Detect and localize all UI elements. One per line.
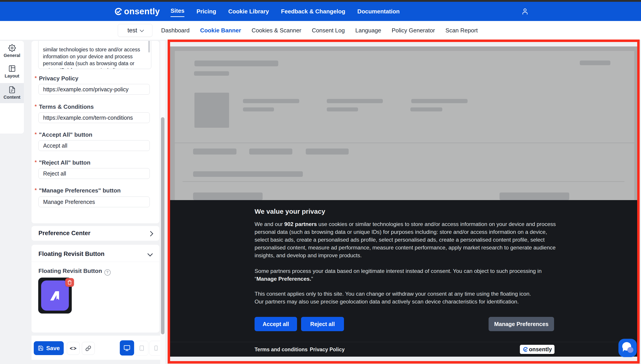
- code-icon: <>: [70, 345, 77, 352]
- rail-label-general: General: [4, 53, 20, 58]
- consently-logo[interactable]: onsently: [114, 7, 160, 16]
- banner-privacy-link[interactable]: Privacy Policy: [310, 346, 345, 352]
- skeleton-bar: [194, 71, 229, 76]
- monitor-icon: [123, 344, 131, 352]
- required-asterisk: *: [35, 159, 37, 165]
- site-selector-dropdown[interactable]: test: [118, 24, 152, 37]
- app-root: onsently Sites Pricing Cookie Library Fe…: [0, 0, 641, 364]
- tab-policy-generator[interactable]: Policy Generator: [392, 27, 435, 34]
- nav-item-sites[interactable]: Sites: [171, 6, 184, 17]
- banner-terms-link[interactable]: Terms and conditions: [254, 346, 307, 352]
- required-asterisk: *: [35, 187, 37, 193]
- chat-bubble-tail: [623, 349, 625, 352]
- banner-message-text: similar technologies to store and/or acc…: [43, 47, 140, 69]
- save-button[interactable]: Save: [34, 341, 64, 355]
- preview-page-mock-inner: [175, 51, 634, 200]
- revisit-logo-tile: [41, 280, 69, 311]
- tab-scan-report[interactable]: Scan Report: [445, 27, 478, 34]
- required-asterisk: *: [35, 104, 37, 110]
- rail-item-content[interactable]: Content: [0, 86, 24, 100]
- skeleton-image-block: [194, 93, 229, 128]
- skeleton-bar: [243, 108, 274, 112]
- skeleton-bar: [306, 148, 349, 154]
- banner-accept-all-button[interactable]: Accept all: [254, 317, 297, 331]
- tab-cookie-banner[interactable]: Cookie Banner: [200, 27, 241, 34]
- save-button-label: Save: [46, 345, 60, 352]
- rail-item-general[interactable]: General: [0, 44, 24, 58]
- banner-logo-text: onsently: [529, 346, 552, 352]
- revisit-a-logo-icon: [48, 288, 62, 303]
- consently-logo-mark-icon: [523, 346, 528, 352]
- skeleton-bar: [411, 99, 468, 103]
- banner-paragraph-3: This consent applies only to this site. …: [254, 290, 556, 306]
- browser-top-strip: [0, 0, 641, 2]
- phone-icon: [153, 345, 159, 351]
- nav-item-documentation[interactable]: Documentation: [357, 7, 400, 16]
- floating-revisit-field-label: Floating Revisit Button?: [39, 268, 111, 276]
- chevron-down-icon: [140, 28, 144, 32]
- banner-reject-all-button[interactable]: Reject all: [301, 317, 344, 331]
- banner-paragraph-1: We and our 902 partners use cookies or s…: [254, 220, 556, 259]
- delete-thumbnail-button[interactable]: [65, 278, 74, 287]
- help-icon[interactable]: ?: [104, 269, 111, 276]
- terms-conditions-label: *Terms & Conditions: [35, 104, 94, 110]
- skeleton-divider: [175, 143, 634, 143]
- chevron-down-icon: [148, 251, 153, 256]
- chat-widget-button[interactable]: [618, 339, 637, 357]
- skeleton-bar: [193, 171, 303, 177]
- nav-item-pricing[interactable]: Pricing: [196, 7, 216, 16]
- banner-message-textarea[interactable]: similar technologies to store and/or acc…: [38, 41, 151, 69]
- copy-link-button[interactable]: [82, 342, 95, 355]
- skeleton-bar: [327, 108, 358, 112]
- skeleton-bar: [193, 192, 263, 200]
- manage-preferences-button-input[interactable]: [39, 196, 150, 207]
- trash-icon: [67, 280, 72, 285]
- floppy-save-icon: [38, 345, 44, 351]
- privacy-policy-input[interactable]: [39, 84, 150, 95]
- skeleton-bar: [193, 148, 236, 154]
- subnav-items: Dashboard Cookie Banner Cookies & Scanne…: [161, 21, 478, 40]
- skeleton-bar: [410, 108, 442, 112]
- site-subnav: test Dashboard Cookie Banner Cookies & S…: [0, 21, 641, 40]
- accept-all-button-input[interactable]: [39, 140, 150, 151]
- skeleton-bar: [249, 148, 292, 154]
- banner-manage-preferences-button[interactable]: Manage Preferences: [489, 317, 554, 331]
- chat-bubble-small-icon: [627, 347, 633, 353]
- nav-item-feedback-changelog[interactable]: Feedback & Changelog: [281, 7, 345, 16]
- site-selector-value: test: [127, 27, 137, 34]
- terms-conditions-input[interactable]: [39, 112, 150, 123]
- user-account-icon[interactable]: [521, 8, 529, 15]
- preference-center-label: Preference Center: [39, 230, 91, 237]
- gear-icon: [8, 44, 16, 52]
- skeleton-bar: [500, 192, 569, 200]
- accept-all-button-label: *"Accept All" button: [35, 131, 92, 138]
- reject-all-button-label: *"Reject All" button: [35, 159, 91, 166]
- rail-item-layout[interactable]: Layout: [0, 65, 24, 78]
- skeleton-bar: [327, 99, 383, 103]
- textarea-scrollbar-thumb[interactable]: [148, 41, 150, 52]
- consently-logo-text: onsently: [124, 7, 160, 16]
- chevron-right-icon: [148, 231, 153, 236]
- manage-preferences-button-label: *"Manage Preferences" button: [35, 187, 121, 194]
- tab-consent-log[interactable]: Consent Log: [312, 27, 345, 34]
- layout-icon: [8, 65, 16, 72]
- floating-revisit-header[interactable]: Floating Revisit Button: [39, 250, 104, 258]
- tab-language[interactable]: Language: [355, 27, 381, 34]
- main-nav-items: Sites Pricing Cookie Library Feedback & …: [171, 2, 400, 21]
- reject-all-button-input[interactable]: [39, 168, 150, 179]
- preference-center-section[interactable]: Preference Center: [32, 226, 159, 241]
- required-asterisk: *: [35, 75, 37, 81]
- banner-consently-logo[interactable]: onsently: [520, 345, 554, 354]
- preview-device-desktop-button[interactable]: [120, 340, 134, 356]
- partners-count: 902 partners: [284, 221, 317, 227]
- rail-label-layout: Layout: [5, 74, 20, 78]
- link-icon: [85, 346, 91, 351]
- nav-item-cookie-library[interactable]: Cookie Library: [228, 7, 269, 16]
- panel-scrollbar-thumb[interactable]: [161, 117, 164, 334]
- tab-cookies-scanner[interactable]: Cookies & Scanner: [252, 27, 301, 34]
- embed-code-button[interactable]: <>: [67, 342, 80, 355]
- required-asterisk: *: [35, 131, 37, 137]
- tab-dashboard[interactable]: Dashboard: [161, 27, 190, 34]
- settings-rail: General Layout Content: [0, 41, 24, 134]
- preview-device-tablet-button[interactable]: [135, 341, 148, 356]
